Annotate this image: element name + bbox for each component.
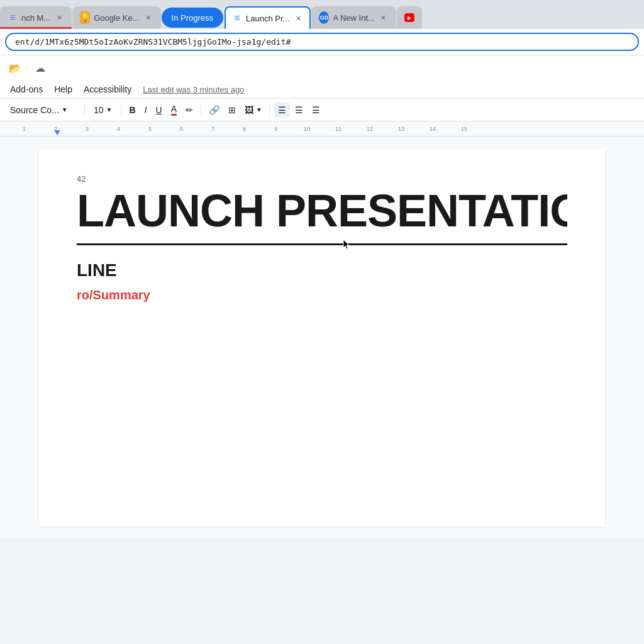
ruler-mark-12: 12	[367, 126, 373, 132]
separator-2	[121, 104, 121, 116]
align-right-btn[interactable]: ☰	[308, 103, 324, 118]
ruler-mark-4: 4	[117, 126, 120, 132]
image-icon: 🖼	[245, 105, 253, 115]
highlight-btn[interactable]: ✏	[182, 103, 197, 118]
align-left-btn[interactable]: ☰	[274, 103, 290, 118]
insert-icon: ⊞	[228, 105, 236, 115]
tab-2-label: Google Ke...	[94, 13, 139, 23]
formatting-toolbar: Source Co... ▼ 10 ▼ B I U A ✏	[0, 98, 644, 121]
menu-accessibility[interactable]: Accessibility	[79, 82, 136, 97]
align-right-icon: ☰	[312, 105, 320, 115]
tab-5-label: A New Int...	[333, 13, 374, 23]
font-size-label: 10	[94, 105, 104, 115]
address-bar[interactable]	[5, 33, 639, 51]
docs-top-bar: 📂 ☁	[0, 55, 644, 80]
ruler-mark-3: 3	[86, 126, 89, 132]
youtube-icon: ▶	[404, 13, 414, 23]
align-left-icon: ☰	[278, 105, 286, 115]
docs-menu-bar: Add-ons Help Accessibility Last edit was…	[0, 80, 644, 98]
image-btn[interactable]: 🖼 ▼	[241, 103, 266, 118]
ruler-mark-7: 7	[211, 126, 214, 132]
cloud-icon: ☁	[35, 62, 45, 74]
cloud-sync-btn[interactable]: ☁	[30, 58, 50, 78]
doc-subsection: ro/Summary	[77, 288, 567, 303]
tab-4-label: Launch Pr...	[246, 14, 289, 23]
doc-divider	[77, 243, 567, 245]
doc-title: LAUNCH PRESENTATION OUTLINE	[77, 186, 567, 236]
ruler-mark-9: 9	[274, 126, 277, 132]
in-progress-label: In Progress	[172, 13, 213, 23]
tab-1[interactable]: ≡ nch M... ✕	[0, 6, 72, 29]
ruler: 1 2 3 4 5 6 7 8 9 10 11 12 13 14 15	[0, 121, 644, 136]
insert-btn[interactable]: ⊞	[225, 103, 240, 118]
ruler-mark-6: 6	[180, 126, 183, 132]
bold-icon: B	[129, 105, 135, 115]
link-btn[interactable]: 🔗	[205, 103, 223, 118]
align-center-icon: ☰	[295, 105, 303, 115]
tab-1-close[interactable]: ✕	[54, 13, 64, 23]
highlight-icon: ✏	[186, 105, 193, 115]
ruler-mark-8: 8	[243, 126, 246, 132]
tab-5[interactable]: GD A New Int... ✕	[311, 6, 396, 29]
folder-open-icon: 📂	[9, 62, 21, 74]
font-dropdown-arrow: ▼	[62, 106, 68, 113]
tab-youtube[interactable]: ▶	[397, 6, 422, 29]
doc-icon: ≡	[8, 13, 18, 23]
tab-bar: ≡ nch M... ✕ 💡 Google Ke... ✕ In Progres…	[0, 0, 644, 29]
document-area: 42 LAUNCH PRESENTATION OUTLINE LINE ro/S…	[0, 136, 644, 539]
browser-chrome: ≡ nch M... ✕ 💡 Google Ke... ✕ In Progres…	[0, 0, 644, 55]
text-color-btn[interactable]: A	[167, 101, 180, 118]
tab-2-close[interactable]: ✕	[143, 13, 153, 23]
font-size-arrow: ▼	[106, 106, 113, 113]
address-bar-area	[0, 29, 644, 55]
folder-open-btn[interactable]: 📂	[5, 58, 25, 78]
text-color-icon: A	[171, 104, 177, 116]
font-name-label: Source Co...	[10, 105, 59, 115]
ruler-mark-14: 14	[430, 126, 436, 132]
tab-active[interactable]: ≡ Launch Pr... ✕	[225, 6, 311, 29]
ruler-mark-13: 13	[398, 126, 404, 132]
ruler-mark-10: 10	[304, 126, 310, 132]
last-edit-status: Last edit was 3 minutes ago	[143, 85, 244, 94]
doc-title-text: LAUNCH PRESENTATION OUTLINE	[77, 186, 567, 236]
bold-btn[interactable]: B	[125, 103, 139, 118]
doc-section-title: LINE	[77, 260, 567, 280]
italic-btn[interactable]: I	[141, 103, 151, 118]
font-size-selector[interactable]: 10 ▼	[89, 103, 117, 118]
ruler-mark-5: 5	[148, 126, 152, 132]
separator-1	[84, 104, 85, 116]
document-page[interactable]: 42 LAUNCH PRESENTATION OUTLINE LINE ro/S…	[39, 149, 605, 526]
docs-app: 📂 ☁ Add-ons Help Accessibility Last edit…	[0, 55, 644, 136]
ruler-mark-11: 11	[335, 126, 341, 132]
align-center-btn[interactable]: ☰	[291, 103, 307, 118]
image-dropdown-arrow: ▼	[256, 106, 262, 113]
tab-5-close[interactable]: ✕	[379, 13, 389, 23]
tab-in-progress[interactable]: In Progress	[162, 8, 223, 28]
ruler-mark-15: 15	[461, 126, 467, 132]
tab-1-label: nch M...	[21, 13, 50, 23]
ruler-mark-2: 2	[54, 126, 57, 132]
doc-icon-active: ≡	[232, 13, 242, 23]
page-number: 42	[77, 174, 567, 184]
tab-2[interactable]: 💡 Google Ke... ✕	[72, 6, 160, 29]
separator-3	[201, 104, 201, 116]
tab-4-close[interactable]: ✕	[293, 13, 303, 23]
font-family-selector[interactable]: Source Co... ▼	[5, 103, 80, 118]
ruler-mark-1: 1	[23, 126, 26, 132]
underline-icon: U	[156, 105, 162, 115]
italic-icon: I	[145, 105, 147, 115]
menu-addons[interactable]: Add-ons	[5, 82, 48, 97]
bulb-icon: 💡	[80, 13, 90, 23]
separator-4	[270, 104, 270, 116]
gd-avatar-icon: GD	[319, 13, 329, 23]
menu-help[interactable]: Help	[49, 82, 77, 97]
underline-btn[interactable]: U	[152, 103, 166, 118]
link-icon: 🔗	[209, 105, 219, 115]
